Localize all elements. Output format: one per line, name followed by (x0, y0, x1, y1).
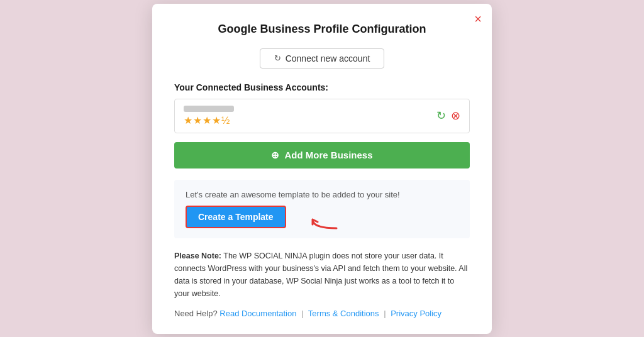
help-section: Need Help? Read Documentation | Terms & … (174, 309, 470, 318)
account-actions: ↻ ⊗ (436, 109, 460, 123)
create-template-button[interactable]: Create a Template (186, 206, 286, 228)
add-more-business-button[interactable]: ⊕ Add More Business (174, 142, 470, 168)
add-more-icon: ⊕ (271, 150, 279, 161)
section-label: Your Connected Business Accounts: (174, 82, 470, 92)
separator-1: | (301, 309, 303, 318)
refresh-icon: ↻ (274, 53, 281, 63)
arrow-indicator (306, 209, 338, 231)
template-hint: Let's create an awesome template to be a… (186, 190, 458, 199)
account-row: ★★★★½ ↻ ⊗ (174, 99, 470, 133)
account-refresh-button[interactable]: ↻ (436, 109, 446, 123)
modal-container: × Google Business Profile Configuration … (152, 4, 492, 334)
connect-account-label: Connect new account (286, 53, 370, 64)
account-delete-button[interactable]: ⊗ (451, 109, 460, 123)
account-stars: ★★★★½ (184, 114, 234, 126)
account-name-placeholder (184, 106, 234, 112)
note-section: Please Note: The WP SOCIAL NINJA plugin … (174, 250, 470, 300)
privacy-policy-link[interactable]: Privacy Policy (391, 309, 441, 318)
separator-2: | (384, 309, 386, 318)
close-button[interactable]: × (474, 13, 482, 25)
modal-title: Google Business Profile Configuration (174, 23, 470, 36)
connected-accounts-section: Your Connected Business Accounts: ★★★★½ … (174, 82, 470, 168)
template-section: Let's create an awesome template to be a… (174, 180, 470, 238)
add-more-label: Add More Business (284, 150, 372, 160)
read-documentation-link[interactable]: Read Documentation (219, 309, 296, 318)
note-bold: Please Note: (174, 251, 221, 260)
terms-conditions-link[interactable]: Terms & Conditions (308, 309, 379, 318)
connect-account-button[interactable]: ↻ Connect new account (260, 48, 385, 69)
help-prefix: Need Help? (174, 309, 218, 318)
account-info: ★★★★½ (184, 106, 234, 126)
